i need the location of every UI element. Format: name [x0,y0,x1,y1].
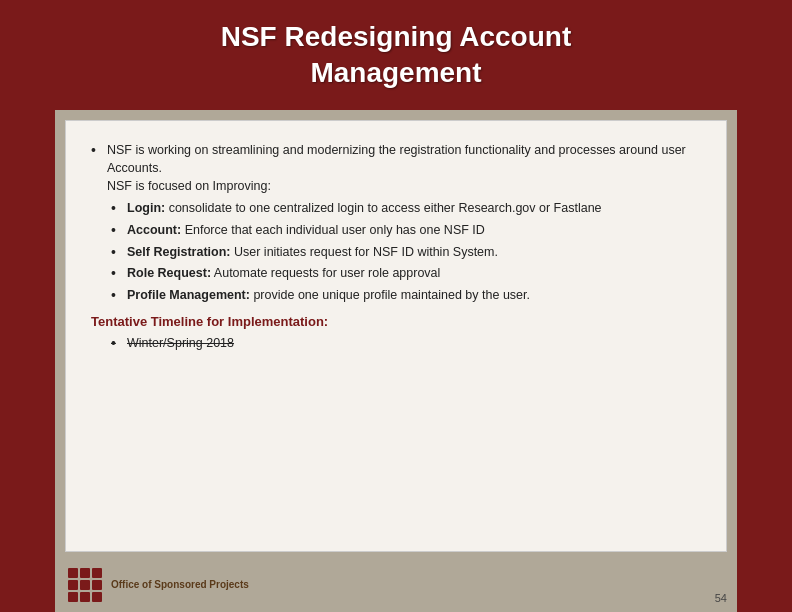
sub-text-4: Role Request: Automate requests for user… [127,264,440,282]
svg-rect-4 [80,580,90,590]
slide-container: NSF Redesigning Account Management • NSF… [0,0,792,612]
sub-bullet-profile-management: • Profile Management: provide one unique… [111,286,701,306]
winter-label: • Winter/Spring 2018 [111,334,701,354]
winter-dot: • [111,334,127,354]
winter-text: Winter/Spring 2018 [127,334,234,352]
svg-rect-8 [92,592,102,602]
sub-text-1: Login: consolidate to one centralized lo… [127,199,602,217]
svg-rect-3 [68,580,78,590]
svg-rect-5 [92,580,102,590]
sub-text-2: Account: Enforce that each individual us… [127,221,485,239]
svg-rect-2 [92,568,102,578]
sub-text-3: Self Registration: User initiates reques… [127,243,498,261]
logo-icon [67,567,103,603]
main-bullet: • NSF is working on streamlining and mod… [91,141,701,195]
slide-title: NSF Redesigning Account Management [221,19,572,92]
left-bar [0,0,55,612]
sub-text-5: Profile Management: provide one unique p… [127,286,530,304]
title-bar: NSF Redesigning Account Management [55,0,737,110]
sub-bullet-account: • Account: Enforce that each individual … [111,221,701,241]
sub-dot-5: • [111,286,127,306]
svg-rect-1 [80,568,90,578]
main-bullet-text: NSF is working on streamlining and moder… [107,141,701,195]
sub-dot-3: • [111,243,127,263]
office-label: Office of Sponsored Projects [111,579,249,590]
svg-rect-0 [68,568,78,578]
sub-dot-4: • [111,264,127,284]
content-area: • NSF is working on streamlining and mod… [65,120,727,552]
tentative-label: Tentative Timeline for Implementation: [91,313,701,332]
logo-area: Office of Sponsored Projects [67,567,249,603]
sub-bullet-role-request: • Role Request: Automate requests for us… [111,264,701,284]
bullet-dot-main: • [91,141,107,161]
sub-bullet-login: • Login: consolidate to one centralized … [111,199,701,219]
svg-rect-7 [80,592,90,602]
content-text: • NSF is working on streamlining and mod… [91,141,701,354]
page-number: 54 [715,592,727,604]
svg-rect-6 [68,592,78,602]
right-bar [737,0,792,612]
sub-dot-1: • [111,199,127,219]
footer: Office of Sponsored Projects [55,557,737,612]
sub-bullet-self-registration: • Self Registration: User initiates requ… [111,243,701,263]
sub-dot-2: • [111,221,127,241]
